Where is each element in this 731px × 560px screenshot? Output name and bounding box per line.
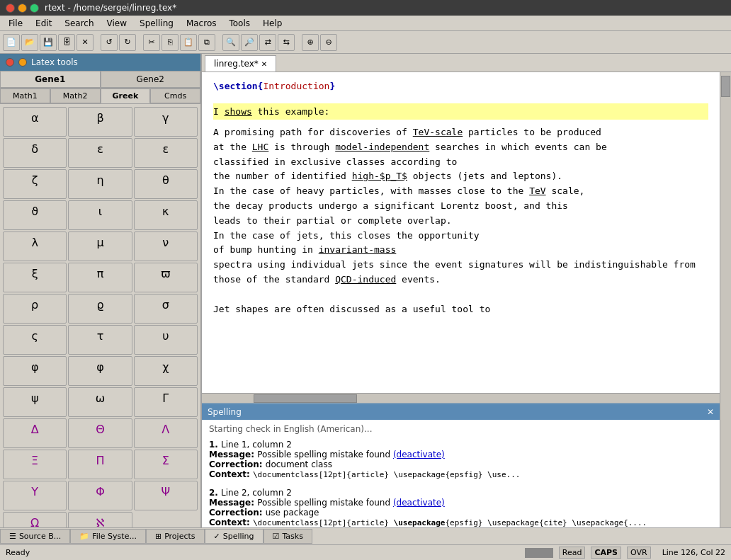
- panel-minimize-btn[interactable]: [18, 58, 27, 67]
- minimize-window-btn[interactable]: [18, 4, 27, 13]
- varrho-btn[interactable]: ϱ: [68, 294, 132, 324]
- menu-help[interactable]: Help: [257, 17, 288, 30]
- zoom-out-button[interactable]: ⊖: [320, 34, 337, 51]
- item2-deactivate[interactable]: (deactivate): [393, 498, 445, 508]
- Phi-btn[interactable]: Φ: [68, 481, 132, 510]
- greek-tab[interactable]: Greek: [101, 88, 151, 103]
- sigma-btn[interactable]: σ: [134, 294, 198, 324]
- gene2-tab[interactable]: Gene2: [101, 71, 201, 88]
- save-button[interactable]: 💾: [40, 34, 57, 51]
- gene1-tab[interactable]: Gene1: [0, 71, 101, 88]
- eta-btn[interactable]: η: [68, 169, 132, 199]
- menubar: File Edit Search View Spelling Macros To…: [0, 16, 731, 31]
- paste-button[interactable]: 📋: [180, 34, 197, 51]
- menu-tools[interactable]: Tools: [223, 17, 256, 30]
- v-scroll-thumb[interactable]: [721, 76, 730, 97]
- kappa-btn[interactable]: κ: [134, 200, 198, 230]
- delta-btn[interactable]: δ: [3, 138, 67, 168]
- omega-btn[interactable]: ω: [68, 387, 132, 417]
- replace-button[interactable]: ⇄: [259, 34, 276, 51]
- nu-btn[interactable]: ν: [134, 232, 198, 261]
- file-system-tab[interactable]: 📁 File Syste...: [70, 529, 146, 544]
- psi-btn[interactable]: ψ: [3, 387, 67, 417]
- menu-edit[interactable]: Edit: [30, 17, 57, 30]
- menu-file[interactable]: File: [3, 17, 28, 30]
- cmds-tab[interactable]: Cmds: [150, 88, 200, 103]
- copy-button[interactable]: ⎘: [162, 34, 178, 51]
- rho-btn[interactable]: ρ: [3, 294, 67, 324]
- varpi-btn[interactable]: ϖ: [134, 263, 198, 292]
- menu-macros[interactable]: Macros: [181, 17, 222, 30]
- item1-msg-label: Message:: [209, 450, 257, 459]
- undo-button[interactable]: ↺: [101, 34, 118, 51]
- varepsilon-btn[interactable]: ε: [134, 138, 198, 168]
- item1-deactivate[interactable]: (deactivate): [393, 450, 445, 459]
- Upsilon-btn[interactable]: Υ: [3, 481, 67, 510]
- Xi-btn[interactable]: Ξ: [3, 450, 67, 479]
- section-close: }: [329, 81, 335, 91]
- spelling-title: Spelling: [208, 407, 242, 417]
- linreg-tab[interactable]: linreg.tex* ✕: [205, 55, 276, 72]
- redo-button[interactable]: ↻: [119, 34, 136, 51]
- iota-btn[interactable]: ι: [68, 200, 132, 230]
- close-button[interactable]: ✕: [76, 34, 94, 51]
- panel-close-btn[interactable]: [6, 58, 14, 67]
- save-as-button[interactable]: 🗄: [58, 34, 75, 51]
- chi-btn[interactable]: χ: [134, 356, 198, 386]
- Lambda-btn[interactable]: Λ: [134, 418, 198, 448]
- varsigma-btn[interactable]: ς: [3, 325, 67, 355]
- h-scroll-thumb[interactable]: [254, 394, 357, 403]
- vartheta-btn[interactable]: ϑ: [3, 200, 67, 230]
- Pi-btn[interactable]: Π: [68, 450, 132, 479]
- lhc-word: LHC: [252, 142, 268, 152]
- zoom-in-button[interactable]: ⊕: [302, 34, 319, 51]
- vertical-scrollbar[interactable]: [720, 72, 731, 544]
- Sigma-btn[interactable]: Σ: [134, 450, 198, 479]
- menu-search[interactable]: Search: [59, 17, 99, 30]
- epsilon-btn[interactable]: ε: [68, 138, 132, 168]
- projects-tab[interactable]: ⊞ Projects: [146, 529, 205, 544]
- upsilon-btn[interactable]: υ: [134, 325, 198, 355]
- horizontal-scrollbar[interactable]: [202, 393, 720, 403]
- latex-tools-title: Latex tools: [31, 57, 78, 67]
- find-button[interactable]: 🔍: [222, 34, 239, 51]
- phi-btn[interactable]: φ: [3, 356, 67, 386]
- item1-num: 1.: [209, 440, 221, 450]
- linreg-tab-close-icon[interactable]: ✕: [261, 60, 267, 68]
- find2-button[interactable]: 🔎: [241, 34, 258, 51]
- close-window-btn[interactable]: [6, 4, 15, 13]
- qcd-induced-word: QCD-induced: [335, 274, 396, 285]
- editor-area[interactable]: \section{Introduction} I shows this exam…: [202, 72, 720, 393]
- cut-button[interactable]: ✂: [143, 34, 160, 51]
- window-controls[interactable]: [6, 4, 39, 13]
- spelling-tab[interactable]: ✓ Spelling: [205, 529, 264, 544]
- source-browser-tab[interactable]: ☰ Source B...: [0, 529, 70, 544]
- varphi-btn[interactable]: φ: [68, 356, 132, 386]
- spelling-close-icon[interactable]: ✕: [707, 407, 714, 417]
- pi-btn[interactable]: π: [68, 263, 132, 292]
- theta-btn[interactable]: θ: [134, 169, 198, 199]
- menu-spelling[interactable]: Spelling: [134, 17, 179, 30]
- tasks-tab[interactable]: ☑ Tasks: [264, 529, 312, 544]
- new-file-button[interactable]: 📄: [3, 34, 20, 51]
- beta-btn[interactable]: β: [68, 107, 132, 137]
- tau-btn[interactable]: τ: [68, 325, 132, 355]
- sub-tab-row: Math1 Math2 Greek Cmds: [0, 88, 200, 104]
- gamma-btn[interactable]: γ: [134, 107, 198, 137]
- zeta-btn[interactable]: ζ: [3, 169, 67, 199]
- alpha-btn[interactable]: α: [3, 107, 67, 137]
- mu-btn[interactable]: μ: [68, 232, 132, 261]
- math1-tab[interactable]: Math1: [0, 88, 50, 103]
- menu-view[interactable]: View: [101, 17, 132, 30]
- Gamma-btn[interactable]: Γ: [134, 387, 198, 417]
- xi-btn[interactable]: ξ: [3, 263, 67, 292]
- Psi-btn[interactable]: Ψ: [134, 481, 198, 510]
- maximize-window-btn[interactable]: [30, 4, 39, 13]
- math2-tab[interactable]: Math2: [50, 88, 101, 103]
- Theta-btn[interactable]: Θ: [68, 418, 132, 448]
- replace2-button[interactable]: ⇆: [278, 34, 295, 51]
- lambda-btn[interactable]: λ: [3, 232, 67, 261]
- Delta-btn[interactable]: Δ: [3, 418, 67, 448]
- open-file-button[interactable]: 📂: [21, 34, 38, 51]
- paste2-button[interactable]: ⧉: [198, 34, 215, 51]
